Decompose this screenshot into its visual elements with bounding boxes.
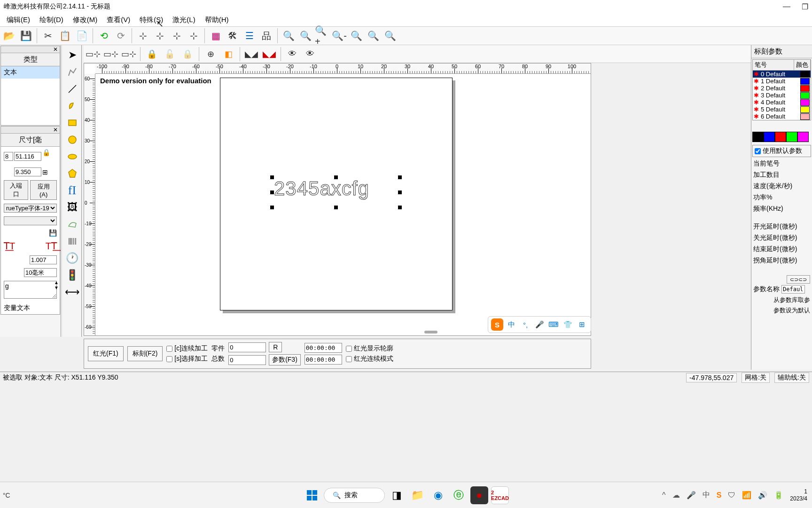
width-input[interactable] [14,152,41,161]
continuous-checkbox[interactable] [166,346,172,352]
save-icon[interactable]: 💾 [18,28,34,44]
save-font-icon[interactable]: 💾 [49,229,57,237]
text-content-input[interactable] [4,281,57,299]
menu-view[interactable]: 查看(V) [102,15,135,25]
open-icon[interactable]: 📂 [1,28,17,44]
tray-time[interactable]: 1 [790,488,807,495]
selection-handle[interactable] [270,190,274,194]
selection-handle[interactable] [334,175,338,179]
ime-mic-icon[interactable]: 🎤 [533,318,546,331]
ime-skin-icon[interactable]: 👕 [562,318,574,331]
node-tool3-icon[interactable]: ⊹ [169,28,185,44]
node-edit-tool-icon[interactable] [65,64,80,80]
selection-handle[interactable] [398,175,402,179]
zoom-icon[interactable]: 🔍 [281,28,297,44]
zoom-in-icon[interactable]: 🔍+ [314,28,330,44]
pen-row[interactable]: ✱4 Default [753,99,811,106]
select-proc-checkbox[interactable] [166,356,172,362]
origin-icon[interactable]: ⊕ [202,47,219,62]
menu-special[interactable]: 特殊(S) [135,15,168,25]
weather-widget[interactable]: °C [3,492,10,499]
object-list-close-icon[interactable]: ✕ [1,46,60,53]
x-input[interactable] [4,152,13,161]
barcode-tool-icon[interactable] [65,233,80,249]
list-icon[interactable]: ☰ [242,28,258,44]
drawing-surface[interactable]: Demo version only for evaluation 2345axc… [95,74,591,335]
ime-punct-icon[interactable]: °, [519,318,531,331]
color-swatch[interactable] [764,132,775,142]
selection-handle[interactable] [398,190,402,194]
mirror-h-icon[interactable]: ◣◢ [243,47,260,62]
props-close-icon[interactable]: ✕ [1,127,60,134]
select2-icon[interactable]: ▭⊹ [102,47,119,62]
text-align2-icon[interactable]: TT͟ [46,240,57,252]
color-swatch[interactable] [786,132,797,142]
text-object[interactable]: 2345axcfg [274,177,369,200]
spacing-input[interactable] [30,255,57,264]
advanced-icon[interactable]: ⊂⊃⊂⊃ [787,275,810,284]
lock-icon[interactable]: 🔒 [143,47,160,62]
menu-edit[interactable]: 编辑(E) [2,15,35,25]
menu-laser[interactable]: 激光(L) [168,15,200,25]
zoom-out-icon[interactable]: 🔍- [331,28,347,44]
rect-tool-icon[interactable] [65,115,80,131]
redo-icon[interactable]: ⟳ [113,28,129,44]
param-f3-button[interactable]: 参数(F3) [269,354,301,365]
tray-onedrive-icon[interactable]: ☁ [672,491,680,500]
mark-button[interactable]: 标刻(F2) [127,346,163,361]
selection-handle[interactable] [270,175,274,179]
red-cont-mode-checkbox[interactable] [346,356,352,362]
tray-wifi-icon[interactable]: 📶 [742,491,751,500]
taskview-icon[interactable]: ◨ [388,486,406,504]
param-name-input[interactable] [781,285,805,294]
r-button[interactable]: R [269,342,282,352]
lock-all-icon[interactable]: 🔒 [179,47,196,62]
use-default-checkbox[interactable] [755,148,761,154]
font-style-dropdown[interactable] [4,216,57,225]
curve-tool-icon[interactable] [65,98,80,114]
copy-icon[interactable]: 📋 [57,28,73,44]
text-align1-icon[interactable]: T͟T [4,240,15,252]
font-dropdown[interactable]: rueType字体-19 [4,204,57,213]
tray-mic-icon[interactable]: 🎤 [687,491,696,500]
lock-aspect-icon[interactable]: 🔒 [42,149,55,164]
selection-handle[interactable] [270,206,274,209]
cut-icon[interactable]: ✂ [40,28,56,44]
mirror-v-icon[interactable]: ◣◢ [261,47,278,62]
pen-row[interactable]: ✱3 Default [753,92,811,99]
pen-row[interactable]: ✱6 Default [753,113,811,120]
tray-battery-icon[interactable]: 🔋 [774,491,783,500]
tray-volume-icon[interactable]: 🔊 [758,491,767,500]
ime-logo-icon[interactable]: S [491,318,503,331]
maximize-icon[interactable]: ❐ [802,2,808,11]
circle-tool-icon[interactable] [65,132,80,148]
red-light-button[interactable]: 红光(F1) [88,346,124,361]
zoom-all-icon[interactable]: 🔍 [365,28,381,44]
tree-icon[interactable]: 品 [258,28,274,44]
zoom-fit-icon[interactable]: 🔍 [297,28,313,44]
traffic-tool-icon[interactable]: 🚦 [65,267,80,283]
menu-help[interactable]: 帮助(H) [200,15,234,25]
unit-input[interactable] [24,268,57,277]
red-contour-checkbox[interactable] [346,346,352,352]
layers-icon[interactable]: ◧ [220,47,237,62]
color-swatch[interactable] [775,132,786,142]
port-button[interactable]: 入端口 [4,180,28,200]
text-down-icon[interactable]: ▼ [54,285,59,290]
pen-row[interactable]: ✱1 Default [753,78,811,85]
tray-chevron-icon[interactable]: ^ [662,491,666,500]
pen-row[interactable]: ✱2 Default [753,85,811,92]
measure-tool-icon[interactable]: ⟷ [65,284,80,300]
unlock-icon[interactable]: 🔓 [161,47,178,62]
undo-icon[interactable]: ⟲ [96,28,112,44]
show-icon[interactable]: 👁 [284,47,301,62]
hatch-icon[interactable]: ▦ [208,28,224,44]
config-icon[interactable]: 🛠 [225,28,241,44]
select-icon[interactable]: ▭⊹ [85,47,102,62]
record-icon[interactable]: ● [470,486,488,504]
as-default-label[interactable]: 参数设为默认 [773,307,810,314]
ezcad-icon[interactable]: 2EZCAD [491,486,509,504]
menu-modify[interactable]: 修改(M) [68,15,102,25]
from-lib-label[interactable]: 从参数库取参 [773,296,810,303]
menu-draw[interactable]: 绘制(D) [35,15,68,25]
